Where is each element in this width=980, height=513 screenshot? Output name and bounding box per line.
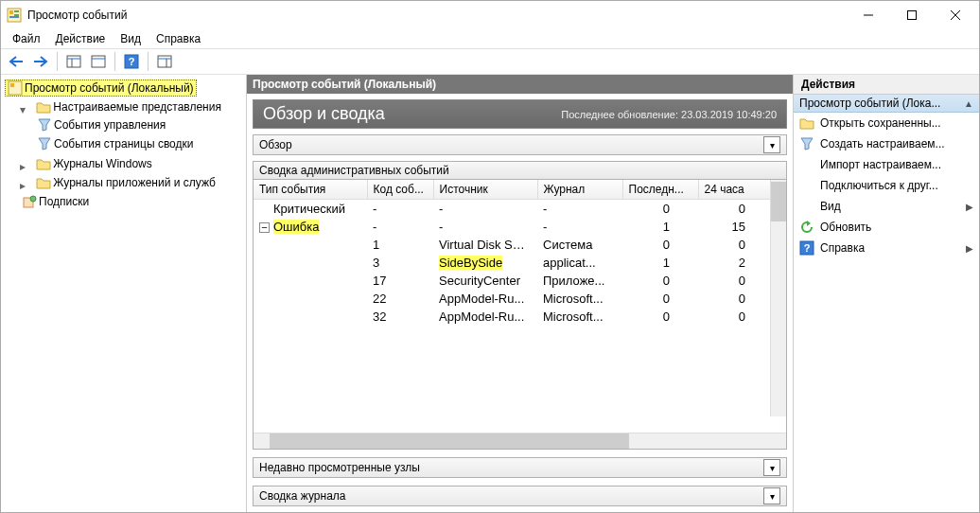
chevron-right-icon: ▶ (966, 202, 973, 212)
tree-item-label: Подписки (39, 195, 89, 208)
cell-source: AppModel-Ru... (439, 310, 524, 324)
svg-text:?: ? (804, 242, 811, 254)
actions-group-label: Просмотр событий (Лока... (799, 97, 964, 110)
title-bar: Просмотр событий (1, 1, 979, 29)
table-row[interactable]: 3SideBySideapplicat...12 (254, 254, 786, 272)
svg-rect-4 (9, 16, 19, 18)
col-type[interactable]: Тип события (254, 180, 367, 200)
action-create-custom[interactable]: Создать настраиваем... (794, 133, 979, 154)
forward-button[interactable] (29, 51, 52, 72)
expand-button[interactable]: ▾ (763, 136, 780, 153)
section-admin-summary[interactable]: Сводка административных событий (254, 162, 786, 180)
table-row[interactable]: 22AppModel-Ru...Microsoft...00 (254, 290, 786, 308)
col-last[interactable]: Последн... (622, 180, 698, 200)
horizontal-scrollbar[interactable] (254, 433, 786, 449)
expand-button[interactable]: ▾ (763, 487, 780, 504)
admin-summary-section: Сводка административных событий Тип собы… (253, 161, 787, 450)
panel-button[interactable] (153, 51, 176, 72)
col-log[interactable]: Журнал (537, 180, 622, 200)
action-help[interactable]: ? Справка ▶ (794, 238, 979, 258)
cell-log: Система (537, 236, 622, 254)
cell-24h: 0 (622, 308, 698, 326)
col-24h[interactable]: 24 часа (698, 180, 774, 200)
tree-root-label: Просмотр событий (Локальный) (25, 81, 194, 95)
svg-rect-16 (158, 56, 171, 67)
tree-admin-events[interactable]: События управления (35, 117, 167, 133)
cell-24h: 0 (622, 236, 698, 254)
expand-button[interactable]: ▾ (763, 459, 780, 476)
actions-header: Действия (794, 75, 979, 95)
table-row[interactable]: 1Virtual Disk Ser...Система00 (254, 236, 786, 254)
cell-source: AppModel-Ru... (439, 292, 524, 306)
actions-group[interactable]: Просмотр событий (Лока... ▲ (794, 95, 979, 113)
action-label: Создать настраиваем... (820, 137, 945, 150)
vertical-scrollbar[interactable] (770, 180, 786, 416)
tree-summary-page-events[interactable]: События страницы сводки (35, 136, 195, 151)
subscriptions-icon (22, 194, 37, 209)
tree-app-service-logs[interactable]: Журналы приложений и служб (34, 175, 218, 190)
folder-icon (36, 175, 51, 190)
tree-windows-logs[interactable]: Журналы Windows (34, 156, 153, 171)
filter-icon (37, 136, 52, 151)
section-recent-nodes[interactable]: Недавно просмотренные узлы ▾ (253, 457, 787, 478)
cell-log: Microsoft... (537, 308, 622, 326)
cell-24h: 0 (622, 290, 698, 308)
cell-id: 1 (367, 236, 433, 254)
table-row[interactable]: Критический---00 (254, 200, 786, 219)
svg-rect-9 (67, 56, 80, 67)
properties-button[interactable] (87, 51, 110, 72)
maximize-button[interactable] (890, 1, 934, 29)
menu-help[interactable]: Справка (149, 30, 208, 47)
col-id[interactable]: Код соб... (367, 180, 433, 200)
svg-text:?: ? (129, 56, 135, 67)
events-grid[interactable]: Тип события Код соб... Источник Журнал П… (254, 180, 786, 433)
menu-view[interactable]: Вид (113, 30, 149, 47)
summary-header: Обзор и сводка Последнее обновление: 23.… (253, 99, 787, 129)
cell-id: 32 (367, 308, 433, 326)
table-row[interactable]: 17SecurityCenterПриложе...00 (254, 272, 786, 290)
cell-log: Приложе... (537, 272, 622, 290)
cell-id: - (367, 200, 433, 219)
action-import-custom[interactable]: Импорт настраиваем... (794, 154, 979, 175)
section-label: Недавно просмотренные узлы (259, 461, 763, 474)
close-button[interactable] (934, 1, 977, 29)
action-view[interactable]: Вид ▶ (794, 196, 979, 217)
actions-pane: Действия Просмотр событий (Лока... ▲ Отк… (794, 75, 979, 512)
svg-rect-20 (10, 83, 14, 87)
action-connect[interactable]: Подключиться к друг... (794, 175, 979, 196)
menu-action[interactable]: Действие (48, 30, 114, 47)
table-row[interactable]: −Ошибка---115 (254, 218, 786, 236)
tree-custom-views[interactable]: Настраиваемые представления (34, 99, 223, 115)
cell-id: 3 (367, 254, 433, 272)
twisty-icon[interactable]: ▸ (20, 160, 31, 173)
action-refresh[interactable]: Обновить (794, 217, 979, 238)
minimize-button[interactable] (847, 1, 890, 29)
row-expander[interactable]: − (259, 222, 270, 233)
tree-pane[interactable]: Просмотр событий (Локальный) ▾ Настраива… (1, 75, 247, 512)
cell-type: Критический (273, 202, 345, 216)
section-overview[interactable]: Обзор ▾ (253, 134, 787, 155)
tree-root[interactable]: Просмотр событий (Локальный) (5, 80, 197, 97)
table-row[interactable]: 32AppModel-Ru...Microsoft...00 (254, 308, 786, 326)
show-tree-button[interactable] (62, 51, 85, 72)
action-open-saved[interactable]: Открыть сохраненны... (794, 113, 979, 133)
cell-sum: 0 (698, 308, 774, 326)
back-button[interactable] (5, 51, 27, 72)
cell-log: Microsoft... (537, 290, 622, 308)
cell-sum: 15 (698, 218, 774, 236)
svg-rect-12 (92, 56, 105, 67)
help-button[interactable]: ? (120, 51, 143, 72)
menu-file[interactable]: Файл (5, 30, 48, 47)
refresh-icon (799, 220, 814, 235)
blank-icon (799, 157, 814, 172)
tree-item-label: События управления (54, 118, 166, 132)
twisty-icon[interactable]: ▸ (20, 179, 31, 192)
tree-subscriptions[interactable]: Подписки (20, 194, 91, 209)
eventviewer-icon (8, 80, 23, 96)
svg-rect-6 (908, 11, 917, 20)
action-label: Вид (820, 200, 841, 213)
section-log-summary[interactable]: Сводка журнала ▾ (253, 486, 787, 506)
cell-24h: 1 (622, 218, 698, 236)
col-source[interactable]: Источник (433, 180, 537, 200)
twisty-icon[interactable]: ▾ (20, 103, 31, 116)
